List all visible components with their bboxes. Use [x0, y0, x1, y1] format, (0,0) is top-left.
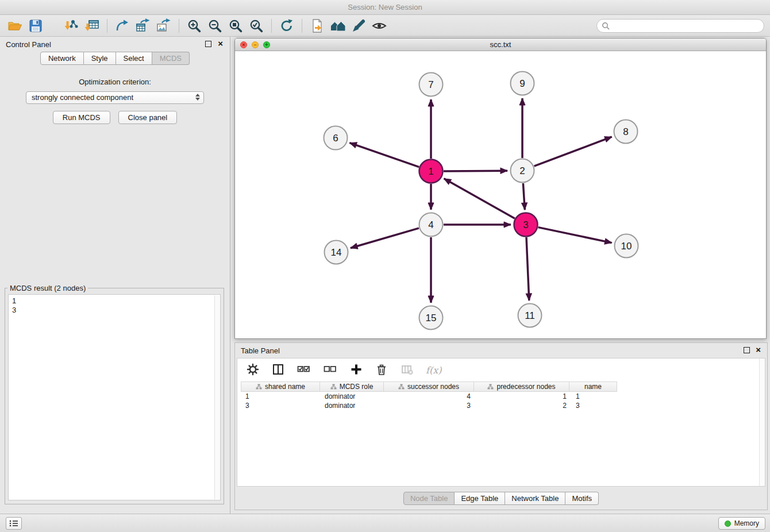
graph-node-10[interactable]: 10	[615, 234, 638, 258]
show-graphics-button[interactable]	[369, 17, 390, 35]
close-panel-button[interactable]: Close panel	[118, 111, 178, 124]
home-icon	[330, 18, 346, 33]
graph-edge-1-6[interactable]	[350, 143, 419, 167]
network-canvas[interactable]: 7968124314101511	[235, 51, 766, 338]
import-network-button[interactable]	[61, 17, 82, 35]
network-window-titlebar[interactable]: × − + scc.txt	[235, 38, 766, 51]
criterion-dropdown[interactable]: strongly connected component	[26, 91, 204, 104]
tab-edge-table[interactable]: Edge Table	[455, 492, 505, 505]
table-row[interactable]: 3 dominator 3 2 3	[241, 401, 765, 410]
tab-network-table[interactable]: Network Table	[505, 492, 565, 505]
export-table-button[interactable]	[133, 17, 153, 35]
cell-predecessor-nodes[interactable]: 2	[475, 401, 571, 410]
document-share-icon	[310, 18, 325, 33]
search-box[interactable]	[596, 19, 764, 33]
add-column-button[interactable]	[350, 363, 363, 377]
open-browser-button[interactable]	[307, 17, 328, 35]
cell-shared-name[interactable]: 1	[241, 392, 320, 401]
dropdown-stepper-icon	[195, 94, 200, 101]
graph-node-7[interactable]: 7	[419, 73, 443, 97]
graph-node-9[interactable]: 9	[511, 72, 534, 95]
graph-node-8[interactable]: 8	[614, 120, 638, 144]
task-history-button[interactable]	[6, 517, 22, 530]
cell-name[interactable]: 1	[571, 392, 619, 401]
graph-node-14[interactable]: 14	[325, 241, 348, 264]
table-panel-tabs: Node Table Edge Table Network Table Moti…	[235, 492, 767, 505]
graph-node-2[interactable]: 2	[511, 159, 534, 183]
optimization-criterion-label: Optimization criterion:	[0, 78, 230, 86]
svg-text:8: 8	[623, 126, 628, 137]
column-header-mcds-role[interactable]: MCDS role	[319, 381, 384, 392]
graph-node-6[interactable]: 6	[324, 126, 348, 150]
tab-network[interactable]: Network	[40, 52, 84, 65]
window-close-icon[interactable]: ×	[240, 41, 247, 48]
home-button[interactable]	[328, 17, 348, 35]
zoom-out-button[interactable]	[205, 17, 225, 35]
tab-select[interactable]: Select	[116, 52, 152, 65]
table-settings-button[interactable]	[247, 363, 259, 377]
mcds-result-list[interactable]: 1 3	[8, 294, 221, 500]
table-row[interactable]: 1 dominator 4 1 1	[241, 392, 765, 401]
export-network-button[interactable]	[112, 17, 133, 35]
graph-edge-3-11[interactable]	[526, 237, 529, 300]
tab-motifs[interactable]: Motifs	[565, 492, 599, 505]
svg-text:7: 7	[428, 79, 433, 90]
close-panel-icon[interactable]: ×	[218, 38, 223, 49]
column-header-name[interactable]: name	[569, 381, 617, 392]
svg-text:15: 15	[426, 313, 437, 323]
memory-button[interactable]: Memory	[718, 517, 765, 530]
column-header-shared-name[interactable]: shared name	[241, 381, 320, 392]
tab-node-table[interactable]: Node Table	[403, 492, 455, 505]
run-mcds-button[interactable]: Run MCDS	[53, 111, 110, 124]
zoom-in-button[interactable]	[184, 17, 205, 35]
tab-style[interactable]: Style	[84, 52, 116, 65]
result-scrollbar[interactable]	[214, 295, 220, 499]
float-table-panel-icon[interactable]	[744, 347, 750, 353]
export-image-button[interactable]	[153, 17, 174, 35]
float-panel-icon[interactable]	[205, 41, 211, 47]
show-columns-button[interactable]	[272, 363, 284, 377]
cell-successor-nodes[interactable]: 4	[384, 392, 475, 401]
zoom-selected-button[interactable]	[246, 17, 267, 35]
graph-edge-3-10[interactable]	[538, 228, 612, 243]
apply-layout-button[interactable]	[276, 17, 297, 35]
graph-edge-2-3[interactable]	[523, 183, 525, 210]
graph-node-11[interactable]: 11	[518, 304, 542, 327]
search-input[interactable]	[612, 21, 764, 31]
delete-column-button[interactable]	[375, 363, 388, 377]
save-session-button[interactable]	[25, 17, 46, 35]
window-zoom-icon[interactable]: +	[263, 41, 270, 48]
cell-successor-nodes[interactable]: 3	[384, 401, 475, 410]
cell-shared-name[interactable]: 3	[241, 401, 320, 410]
import-table-icon	[84, 18, 99, 33]
open-session-button[interactable]	[5, 17, 25, 35]
graph-edge-4-14[interactable]	[351, 228, 419, 248]
graph-edge-3-1[interactable]	[444, 179, 515, 218]
style-button[interactable]	[348, 17, 369, 35]
cell-name[interactable]: 3	[571, 401, 619, 410]
graph-edge-2-8[interactable]	[534, 137, 612, 166]
graph-node-3[interactable]: 3	[514, 213, 538, 237]
network-graph[interactable]: 7968124314101511	[235, 51, 766, 338]
zoom-fit-button[interactable]	[225, 17, 246, 35]
tab-mcds[interactable]: MCDS	[152, 52, 190, 65]
column-header-successor-nodes[interactable]: successor nodes	[383, 381, 474, 392]
graph-edge-1-2[interactable]	[444, 171, 507, 171]
import-table-button[interactable]	[82, 17, 102, 35]
window-minimize-icon[interactable]: −	[252, 41, 259, 48]
cell-predecessor-nodes[interactable]: 1	[475, 392, 571, 401]
table-panel-content: f(x) shared name	[237, 358, 765, 487]
select-all-button[interactable]	[297, 363, 311, 377]
svg-text:14: 14	[331, 247, 342, 258]
close-table-panel-icon[interactable]: ×	[756, 345, 761, 355]
graph-node-4[interactable]: 4	[419, 213, 443, 237]
export-network-icon	[115, 18, 130, 33]
column-header-predecessor-nodes[interactable]: predecessor nodes	[473, 381, 569, 392]
table-scrollbar[interactable]	[759, 358, 765, 486]
graph-node-1[interactable]: 1	[419, 160, 443, 183]
deselect-all-button[interactable]	[324, 363, 337, 377]
cell-mcds-role[interactable]: dominator	[320, 401, 384, 410]
graph-node-15[interactable]: 15	[419, 306, 443, 330]
traffic-lights: × − +	[240, 41, 270, 48]
cell-mcds-role[interactable]: dominator	[320, 392, 384, 401]
